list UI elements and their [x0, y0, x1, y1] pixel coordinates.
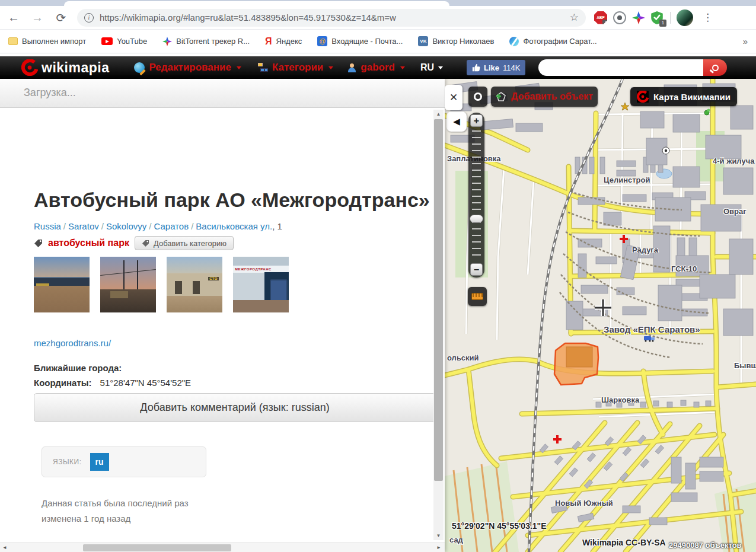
language-menu[interactable]: RU: [420, 62, 443, 73]
add-category-button[interactable]: Добавить категорию: [135, 236, 234, 250]
map-label: сад: [449, 535, 463, 544]
wikimapia-logo-text: wikimapia: [42, 60, 109, 76]
zoom-out-button[interactable]: −: [470, 263, 483, 276]
stadium-icon: [662, 147, 669, 154]
coordinates-value: 51°28'47"N 45°54'52"E: [100, 378, 192, 388]
browser-menu-icon[interactable]: ⋮: [699, 11, 716, 24]
facebook-like-button[interactable]: Like 114K: [467, 60, 525, 75]
scroll-up-arrow[interactable]: ▲: [433, 110, 444, 119]
map-canvas[interactable]: Заплатиновка Целинстрой 4-й жилуча Овраг…: [445, 79, 756, 552]
collapse-panel-button[interactable]: ◀: [446, 111, 467, 132]
scroll-left-arrow[interactable]: ◄: [0, 543, 9, 552]
photo-ground: [233, 300, 289, 312]
zoom-in-button[interactable]: +: [470, 114, 483, 127]
zoom-handle[interactable]: [470, 215, 483, 223]
wikimapia-logo[interactable]: wikimapia: [21, 59, 109, 76]
address-bar[interactable]: i https://wikimapia.org/#lang=ru&lat=51.…: [77, 9, 586, 27]
like-label: Like: [484, 63, 499, 72]
menu-editing-label: Редактирование: [149, 62, 231, 74]
horizontal-scroll-thumb[interactable]: [83, 544, 231, 551]
reload-button[interactable]: ⟳: [51, 9, 71, 27]
map-type-label: Карта Викимапии: [653, 92, 731, 102]
coordinates-label: Координаты:: [34, 378, 92, 388]
browser-toolbar: ← → ⟳ i https://wikimapia.org/#lang=ru&l…: [0, 6, 756, 29]
photo-thumbnail[interactable]: СТО: [167, 257, 222, 312]
wikimapia-logo-icon: [21, 59, 38, 76]
bookmarks-overflow-icon[interactable]: »: [743, 36, 748, 46]
coordinates-row: Координаты:51°28'47"N 45°54'52"E: [34, 378, 191, 388]
breadcrumb-link[interactable]: Russia: [34, 221, 61, 231]
breadcrumb-link[interactable]: Саратов: [154, 221, 189, 231]
profile-avatar[interactable]: [677, 9, 693, 26]
zoom-slider: + −: [468, 113, 484, 277]
close-panel-button[interactable]: ✕: [445, 85, 462, 110]
language-ru-tab[interactable]: ru: [90, 453, 109, 471]
chevron-down-icon: [328, 66, 333, 69]
back-button[interactable]: ←: [4, 9, 24, 27]
photo-thumbnail[interactable]: [34, 257, 90, 312]
bookmark-youtube[interactable]: YouTube: [101, 37, 147, 46]
add-object-button[interactable]: Добавить объект: [491, 87, 598, 107]
photo-bus: [270, 279, 288, 302]
wikimapia-header: wikimapia Редактирование Категории gabor…: [0, 56, 756, 79]
measure-button[interactable]: [468, 287, 487, 306]
shield-extension-icon[interactable]: 1: [651, 11, 664, 24]
zoom-track[interactable]: [472, 130, 481, 260]
add-polygon-icon: [496, 91, 506, 102]
map-label: ольский: [447, 353, 479, 362]
locate-button[interactable]: [468, 87, 487, 107]
page-info-icon[interactable]: i: [84, 13, 94, 23]
bookmark-star-icon[interactable]: ☆: [570, 11, 579, 24]
menu-categories[interactable]: Категории: [258, 62, 333, 74]
add-comment-button[interactable]: Добавить комментарий (язык: russian): [34, 393, 436, 422]
bookmark-mail[interactable]: @Входящие - Почта...: [317, 36, 403, 46]
globe-pencil-icon: [134, 62, 145, 73]
breadcrumb-link[interactable]: Saratov: [68, 221, 99, 231]
map-type-button[interactable]: Карта Викимапии: [630, 87, 737, 106]
search-input[interactable]: [538, 59, 703, 76]
menu-editing[interactable]: Редактирование: [134, 62, 241, 74]
menu-categories-label: Категории: [272, 62, 323, 74]
photo-door: [193, 281, 200, 294]
website-link[interactable]: mezhgorodtrans.ru/: [34, 338, 111, 348]
eye-extension-icon[interactable]: [613, 11, 626, 24]
category-link[interactable]: автобусный парк: [48, 238, 129, 248]
breadcrumb-link[interactable]: Васильковская ул.: [196, 221, 272, 231]
last-updated-line2: изменена 1 год назад: [42, 513, 130, 524]
bookmark-vk[interactable]: VKВиктор Николаев: [418, 36, 494, 46]
bookmark-photos[interactable]: Фотографии Сарат...: [509, 37, 596, 46]
map-label: Завод «ЕПК Саратов»: [604, 324, 700, 334]
search-icon: [712, 65, 719, 71]
bookmark-import[interactable]: Выполнен импорт: [8, 37, 86, 46]
bookmark-label: Яндекс: [276, 37, 302, 46]
nearest-cities-label: Ближайшие города:: [34, 363, 122, 373]
horizontal-scrollbar: ◄ ►: [0, 543, 445, 552]
map-label: 4-й жилуча: [713, 157, 754, 165]
photo-vehicle: [110, 291, 128, 298]
loading-text: Загрузка...: [24, 87, 76, 99]
user-menu[interactable]: gabord: [347, 62, 405, 74]
scroll-right-arrow[interactable]: ►: [434, 543, 444, 552]
forward-button[interactable]: →: [27, 9, 47, 27]
chevron-down-icon: [438, 66, 443, 69]
vertical-scroll-thumb[interactable]: [434, 119, 443, 481]
search-button[interactable]: [703, 59, 727, 76]
colorful-star-extension-icon[interactable]: [632, 11, 645, 24]
photo-thumbnail[interactable]: МЕЖГОРОДТРАНС: [233, 257, 289, 312]
youtube-icon: [101, 37, 113, 45]
panel-loading-bar: Загрузка...: [0, 79, 445, 108]
adblock-icon[interactable]: ABP 1: [594, 11, 607, 24]
browser-tab[interactable]: [64, 1, 449, 6]
scroll-down-arrow[interactable]: ▼: [433, 531, 444, 540]
add-category-label: Добавить категорию: [154, 239, 227, 248]
breadcrumb-separator: /: [99, 221, 106, 231]
bookmark-label: Выполнен импорт: [22, 37, 86, 46]
bookmark-bittorrent[interactable]: BitTorrent трекер R...: [162, 37, 250, 46]
bookmark-label: Виктор Николаев: [432, 37, 494, 46]
bookmark-label: Фотографии Сарат...: [523, 37, 596, 46]
url-text[interactable]: https://wikimapia.org/#lang=ru&lat=51.48…: [100, 12, 566, 23]
vertical-scrollbar: ▲ ▼: [433, 110, 444, 540]
bookmark-yandex[interactable]: ЯЯндекс: [265, 36, 302, 47]
photo-thumbnail[interactable]: [100, 257, 156, 312]
breadcrumb-link[interactable]: Sokolovyy: [106, 221, 146, 231]
